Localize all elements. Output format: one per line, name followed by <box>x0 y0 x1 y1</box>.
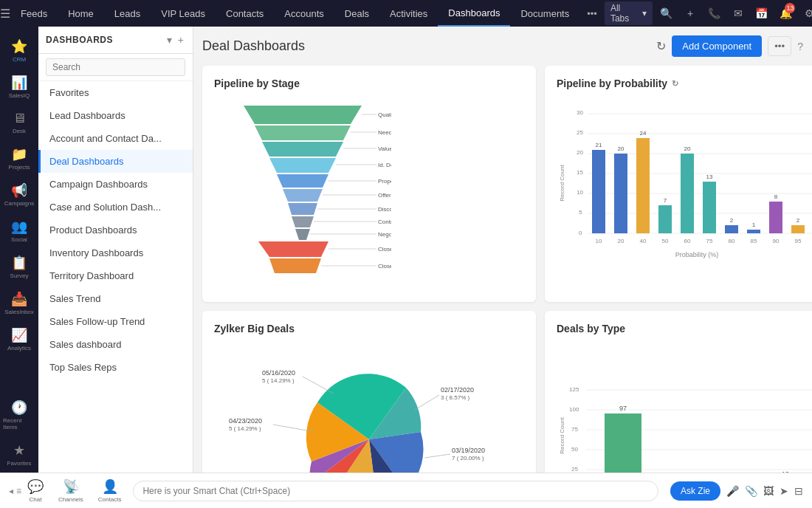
salesinbox-icon: 📥 <box>11 291 27 307</box>
sidebar-campaigns[interactable]: 📢 Campaigns <box>0 176 38 213</box>
top-navigation: ☰ Feeds Home Leads VIP Leads Contacts Ac… <box>0 0 812 27</box>
svg-text:Closed Won: Closed Won <box>378 246 391 253</box>
all-tabs-button[interactable]: All Tabs ▾ <box>605 1 653 25</box>
nav-item-sales-dashboard[interactable]: Sales dashboard <box>38 333 193 356</box>
notification-badge: 13 <box>785 3 795 13</box>
send-icon[interactable]: ➤ <box>780 485 788 497</box>
sidebar-social[interactable]: 👥 Social <box>0 213 38 249</box>
svg-text:3 ( 8.57% ): 3 ( 8.57% ) <box>441 394 469 401</box>
nav-item-product[interactable]: Product Dashboards <box>38 219 193 241</box>
zylker-title: Zylker Big Deals <box>214 323 524 334</box>
svg-text:80: 80 <box>729 238 735 244</box>
sidebar-salesiq[interactable]: 📊 SalesIQ <box>0 69 38 105</box>
favorites-icon: ★ <box>13 442 25 459</box>
svg-line-90 <box>303 377 334 394</box>
svg-marker-9 <box>258 241 328 257</box>
sidebar-favorites[interactable]: ★ Favorites <box>0 436 38 473</box>
svg-text:Record Count: Record Count <box>559 165 565 202</box>
nav-item-top-sales[interactable]: Top Sales Reps <box>38 356 193 379</box>
nav-add-button[interactable]: + <box>176 32 185 47</box>
zylker-big-deals-card: Zylker Big Deals <box>202 311 536 473</box>
svg-text:20: 20 <box>577 149 583 156</box>
nav-item-lead-dashboards[interactable]: Lead Dashboards <box>38 104 193 127</box>
hamburger-menu[interactable]: ☰ <box>0 0 10 27</box>
nav-activities[interactable]: Activities <box>379 0 438 27</box>
svg-text:20: 20 <box>684 145 691 152</box>
collapse-chat-icon[interactable]: ⊟ <box>794 485 803 497</box>
nav-item-case-solution[interactable]: Case and Solution Dash... <box>38 196 193 219</box>
nav-item-deal-dashboards[interactable]: Deal Dashboards <box>38 150 193 173</box>
attachment-icon[interactable]: 📎 <box>745 485 757 497</box>
help-button[interactable]: ? <box>797 41 803 52</box>
nav-dashboards[interactable]: Dashboards <box>438 0 510 27</box>
svg-text:100: 100 <box>569 406 579 413</box>
calendar-button[interactable]: 📅 <box>752 3 771 24</box>
nav-home[interactable]: Home <box>58 0 104 27</box>
recent-icon: 🕐 <box>11 399 27 416</box>
chat-icon-button[interactable]: 💬 Chat <box>27 478 44 503</box>
nav-more[interactable]: ••• <box>579 8 605 19</box>
bottom-bar: ◂ ≡ 💬 Chat 📡 Channels 👤 Contacts Ask Zie… <box>0 473 812 508</box>
nav-feeds[interactable]: Feeds <box>10 0 58 27</box>
sidebar-recent[interactable]: 🕐 Recent Items <box>0 394 38 436</box>
nav-documents[interactable]: Documents <box>510 0 579 27</box>
collapse-icon[interactable]: ◂ <box>9 486 13 496</box>
sidebar-crm[interactable]: ⭐ CRM <box>0 32 38 69</box>
nav-expand-button[interactable]: ▾ <box>165 32 173 47</box>
sidebar-analytics[interactable]: 📈 Analytics <box>0 321 38 357</box>
svg-text:60: 60 <box>684 238 691 244</box>
svg-text:90: 90 <box>773 238 780 244</box>
channels-icon-button[interactable]: 📡 Channels <box>58 478 83 503</box>
nav-accounts[interactable]: Accounts <box>274 0 334 27</box>
svg-marker-3 <box>269 158 336 173</box>
svg-text:05/16/2020: 05/16/2020 <box>262 369 295 377</box>
svg-text:Offer a Discount: Offer a Discount <box>378 192 391 199</box>
list-icon[interactable]: ≡ <box>16 486 21 496</box>
smart-chat-input[interactable] <box>133 481 658 501</box>
notifications-button[interactable]: 🔔 13 <box>776 3 795 24</box>
left-sidebar: ⭐ CRM 📊 SalesIQ 🖥 Desk 📁 Projects 📢 Camp… <box>0 27 38 473</box>
nav-search-input[interactable] <box>46 58 185 76</box>
svg-text:10: 10 <box>596 238 602 244</box>
svg-line-69 <box>415 395 439 410</box>
nav-deals[interactable]: Deals <box>334 0 379 27</box>
settings-button[interactable]: ⚙ <box>799 3 812 24</box>
mail-button[interactable]: ✉ <box>729 3 748 24</box>
nav-leads[interactable]: Leads <box>104 0 151 27</box>
svg-text:0: 0 <box>579 230 582 236</box>
bar-90 <box>769 202 782 233</box>
svg-text:7 ( 20.00% ): 7 ( 20.00% ) <box>452 455 484 461</box>
bar-20 <box>614 154 627 233</box>
nav-item-territory[interactable]: Territory Dashboard <box>38 264 193 287</box>
deals-type-title: Deals by Type <box>557 323 812 334</box>
nav-item-sales-followup[interactable]: Sales Follow-up Trend <box>38 310 193 333</box>
add-button[interactable]: + <box>681 3 700 24</box>
more-options-button[interactable]: ••• <box>768 36 791 56</box>
nav-items: Feeds Home Leads VIP Leads Contacts Acco… <box>10 0 605 27</box>
calls-button[interactable]: 📞 <box>704 3 723 24</box>
sidebar-projects[interactable]: 📁 Projects <box>0 140 38 176</box>
nav-search-container <box>38 54 193 81</box>
nav-item-account-contact[interactable]: Account and Contact Da... <box>38 127 193 150</box>
sidebar-salesinbox[interactable]: 📥 SalesInbox <box>0 285 38 321</box>
search-button[interactable]: 🔍 <box>657 3 676 24</box>
nav-item-sales-trend[interactable]: Sales Trend <box>38 287 193 310</box>
image-icon[interactable]: 🖼 <box>763 485 774 497</box>
nav-item-campaign[interactable]: Campaign Dashboards <box>38 173 193 196</box>
add-component-button[interactable]: Add Component <box>672 35 762 57</box>
mic-icon[interactable]: 🎤 <box>726 485 739 497</box>
desk-icon: 🖥 <box>13 111 26 126</box>
svg-text:40: 40 <box>640 238 647 244</box>
ask-zie-button[interactable]: Ask Zie <box>670 481 720 501</box>
contacts-icon-button[interactable]: 👤 Contacts <box>98 478 122 503</box>
nav-item-favorites[interactable]: Favorites <box>38 81 193 104</box>
sidebar-survey[interactable]: 📋 Survey <box>0 249 38 285</box>
svg-text:Record Count: Record Count <box>559 417 565 454</box>
refresh-button[interactable]: ↻ <box>656 39 666 53</box>
nav-vip-leads[interactable]: VIP Leads <box>151 0 216 27</box>
nav-contacts[interactable]: Contacts <box>216 0 274 27</box>
nav-item-inventory[interactable]: Inventory Dashboards <box>38 241 193 264</box>
sidebar-desk[interactable]: 🖥 Desk <box>0 105 38 140</box>
bar-95 <box>791 225 805 233</box>
bar-50 <box>658 205 672 233</box>
